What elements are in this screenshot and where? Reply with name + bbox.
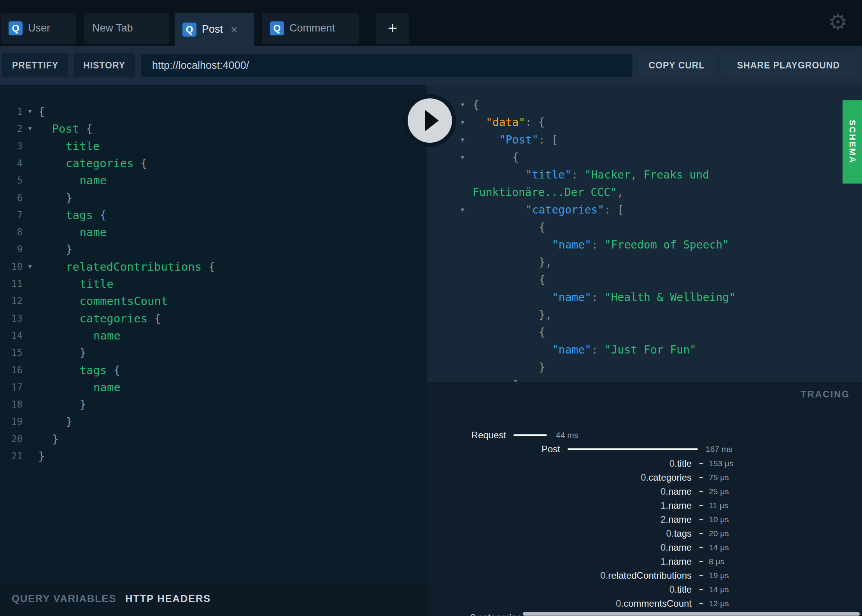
response-code-line: }, xyxy=(539,254,552,271)
query-code-line: name xyxy=(93,379,121,396)
line-number: 1 xyxy=(0,103,23,120)
plus-icon: + xyxy=(388,19,398,38)
tab-comment[interactable]: QComment xyxy=(262,13,359,44)
query-code-line: } xyxy=(52,430,59,448)
response-code-line: "name": "Health & Wellbeing" xyxy=(552,289,736,306)
tracing-row-label: 0.name xyxy=(661,541,692,554)
tracing-time: 14 μs xyxy=(709,584,729,595)
tab-new-tab[interactable]: New Tab xyxy=(84,13,169,44)
tab-bar: QUserNew TabQPost×QComment + ⚙ xyxy=(0,0,862,46)
add-tab-button[interactable]: + xyxy=(376,13,409,44)
line-number: 2 xyxy=(0,120,23,137)
tab-label: New Tab xyxy=(92,22,133,34)
tracing-row-label: 0.commentsCount xyxy=(616,597,692,610)
tracing-dash xyxy=(699,463,703,464)
schema-tab-label: SCHEMA xyxy=(847,120,857,164)
response-code-line: { xyxy=(539,324,545,341)
fold-arrow-icon[interactable]: ▾ xyxy=(457,114,468,131)
tracing-dash xyxy=(699,603,703,604)
query-badge-icon: Q xyxy=(270,21,284,35)
tracing-time: 75 μs xyxy=(709,472,729,483)
query-variables-tab[interactable]: QUERY VARIABLES xyxy=(12,581,116,616)
http-headers-tab[interactable]: HTTP HEADERS xyxy=(125,581,211,616)
tab-label: User xyxy=(28,22,50,34)
line-number: 6 xyxy=(0,189,23,206)
settings-gear-icon[interactable]: ⚙ xyxy=(825,9,850,36)
query-code-line: Post { xyxy=(52,120,93,137)
close-icon[interactable]: × xyxy=(231,24,238,35)
query-badge-icon: Q xyxy=(182,23,196,37)
prettify-button[interactable]: PRETTIFY xyxy=(2,53,68,77)
tracing-dash xyxy=(699,491,703,492)
query-code-line: tags { xyxy=(66,206,107,224)
line-number: 8 xyxy=(0,224,23,241)
horizontal-scrollbar[interactable] xyxy=(523,612,860,616)
tracing-header[interactable]: TRACING xyxy=(801,389,850,400)
tracing-dash xyxy=(699,561,703,562)
response-code-line: ] xyxy=(512,376,519,382)
tracing-time: 14 μs xyxy=(709,542,729,553)
query-code-line: title xyxy=(66,138,100,155)
fold-arrow-icon[interactable]: ▾ xyxy=(457,149,468,166)
copy-curl-button[interactable]: COPY CURL xyxy=(639,53,715,77)
response-code-line: { xyxy=(512,149,519,166)
tracing-duration-bar xyxy=(568,448,698,450)
fold-arrow-icon[interactable]: ▾ xyxy=(457,131,468,149)
tracing-time: 44 ms xyxy=(556,429,578,441)
schema-side-tab[interactable]: SCHEMA xyxy=(843,100,862,184)
tracing-row-label: 0.name xyxy=(661,485,692,498)
tab-label: Post xyxy=(202,23,223,35)
response-code-line: } xyxy=(539,359,545,376)
response-code-line: }, xyxy=(539,306,552,324)
query-code-line: } xyxy=(66,241,72,258)
query-code-line: { xyxy=(38,103,45,120)
fold-arrow-icon[interactable]: ▾ xyxy=(25,120,35,137)
query-code-line: title xyxy=(80,275,114,292)
line-number: 4 xyxy=(0,155,23,172)
response-code-line: { xyxy=(539,271,545,289)
line-number: 5 xyxy=(0,172,23,189)
line-number: 13 xyxy=(0,310,23,327)
toolbar: PRETTIFY HISTORY ↺ COPY CURL SHARE PLAYG… xyxy=(0,46,862,85)
tracing-dash xyxy=(699,505,703,506)
line-number: 11 xyxy=(0,275,23,292)
fold-arrow-icon[interactable]: ▾ xyxy=(457,96,468,114)
fold-arrow-icon[interactable]: ▾ xyxy=(457,201,468,219)
line-number: 21 xyxy=(0,448,23,465)
line-number: 19 xyxy=(0,413,23,430)
line-number: 3 xyxy=(0,138,23,155)
tracing-row-label: Post xyxy=(541,443,560,456)
query-code-line: categories { xyxy=(66,155,147,172)
response-code-line: { xyxy=(539,219,545,236)
line-number: 20 xyxy=(0,430,23,448)
fold-arrow-icon[interactable]: ▾ xyxy=(25,258,35,275)
tracing-time: 153 μs xyxy=(709,458,733,469)
history-button[interactable]: HISTORY xyxy=(74,53,135,77)
query-code-line: } xyxy=(66,189,72,206)
tab-post[interactable]: QPost× xyxy=(175,13,254,46)
query-code-line: name xyxy=(80,172,107,189)
tracing-row-label: 0.relatedContributions xyxy=(600,569,692,582)
tracing-time: 167 ms xyxy=(706,443,732,455)
query-code-line: } xyxy=(80,396,86,413)
response-code-line: "Post": [ xyxy=(499,131,558,149)
line-number: 7 xyxy=(0,206,23,224)
tracing-time: 12 μs xyxy=(709,598,729,609)
query-code-line: name xyxy=(80,224,107,241)
tab-label: Comment xyxy=(289,22,335,34)
fold-arrow-icon[interactable]: ▾ xyxy=(25,103,35,120)
tracing-row-label: 1.name xyxy=(661,499,692,512)
tab-user[interactable]: QUser xyxy=(1,13,76,44)
line-number: 17 xyxy=(0,379,23,396)
tracing-dash xyxy=(699,533,703,534)
line-number: 16 xyxy=(0,362,23,379)
query-editor[interactable]: 1▾{2▾Post {3title4categories {5name6}7ta… xyxy=(0,85,427,581)
execute-query-button[interactable] xyxy=(403,94,456,147)
line-number: 18 xyxy=(0,396,23,413)
share-playground-button[interactable]: SHARE PLAYGROUND xyxy=(721,53,856,77)
response-viewer: ▾{▾"data": {▾"Post": [▾{"title": "Hacker… xyxy=(427,85,862,382)
bottom-tabs: QUERY VARIABLES HTTP HEADERS xyxy=(0,581,427,616)
query-code-line: } xyxy=(80,344,86,361)
tracing-row-label: 0.title xyxy=(669,583,692,596)
endpoint-url-input[interactable] xyxy=(141,53,633,77)
